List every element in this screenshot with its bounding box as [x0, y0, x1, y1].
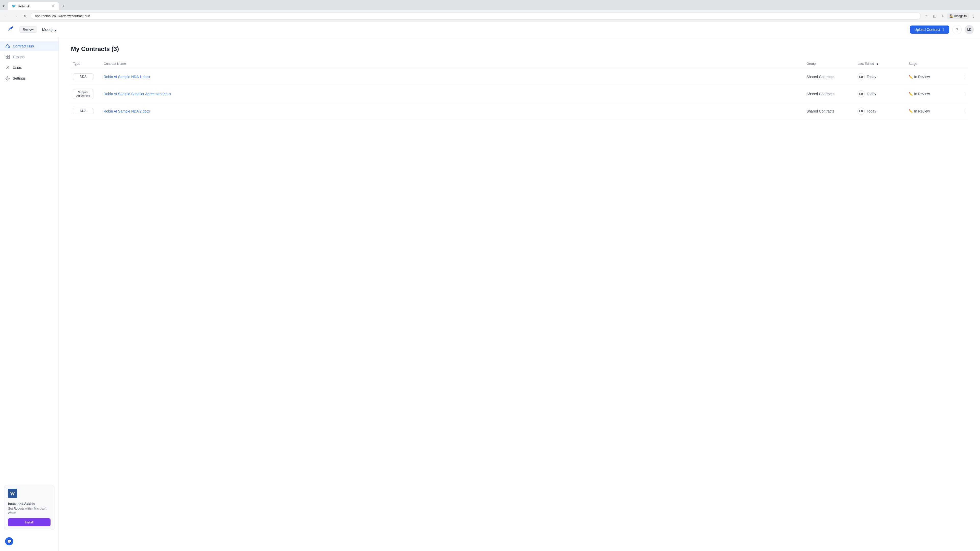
- addin-description: Get Reports within Microsoft Word!: [8, 507, 51, 515]
- new-tab-button[interactable]: +: [59, 2, 67, 10]
- type-badge: NDA: [73, 73, 94, 80]
- last-edited-text: Today: [867, 75, 876, 79]
- row2-stage: ✏️ In Review: [907, 91, 958, 97]
- sidebar-item-contract-hub[interactable]: Contract Hub: [0, 41, 59, 51]
- browser-tab-active[interactable]: 🐦 Robin AI ✕: [8, 2, 59, 10]
- type-badge: NDA: [73, 108, 94, 114]
- table-header: Type Contract Name Group Last Edited ▲ S…: [71, 59, 968, 69]
- type-badge: SupplierAgreement: [73, 89, 94, 99]
- tab-list-chevron[interactable]: ▼: [2, 4, 5, 8]
- browser-chrome: ▼ 🐦 Robin AI ✕ + ← → ↻ app.robinai.co.uk…: [0, 0, 980, 22]
- group-text: Shared Contracts: [807, 109, 834, 113]
- sidebar-item-groups[interactable]: Groups: [0, 52, 59, 62]
- upload-icon: ⇧: [942, 27, 945, 32]
- extensions-button[interactable]: ◫: [931, 13, 938, 20]
- review-label: Review: [23, 27, 34, 32]
- stage-text: In Review: [914, 109, 930, 113]
- column-contract-name: Contract Name: [102, 61, 804, 67]
- word-icon: W: [8, 489, 51, 500]
- row-menu-button[interactable]: ⋮: [959, 90, 968, 98]
- row3-contract-name: Robin AI Sample NDA 2.docx: [102, 108, 804, 114]
- stage-text: In Review: [914, 75, 930, 79]
- download-button[interactable]: ⇓: [939, 13, 946, 20]
- user-avatar-small: LD: [858, 108, 865, 115]
- table-row: NDA Robin AI Sample NDA 2.docx Shared Co…: [71, 103, 968, 119]
- help-icon: ?: [956, 27, 958, 32]
- bookmark-button[interactable]: ☆: [923, 13, 930, 20]
- menu-button[interactable]: ⋮: [970, 13, 977, 20]
- column-last-edited[interactable]: Last Edited ▲: [856, 61, 907, 67]
- table-row: SupplierAgreement Robin AI Sample Suppli…: [71, 85, 968, 103]
- address-bar[interactable]: app.robinai.co.uk/review/contract-hub: [30, 12, 921, 20]
- column-stage: Stage: [907, 61, 958, 67]
- user-avatar-small: LD: [858, 73, 865, 80]
- sidebar-item-label-users: Users: [13, 65, 22, 70]
- app-header: Review Moodjoy Upload Contract ⇧ ? LD: [0, 22, 980, 37]
- contract-link[interactable]: Robin AI Sample Supplier Agreement.docx: [103, 92, 171, 96]
- incognito-icon: 🕵: [950, 14, 953, 18]
- row1-contract-name: Robin AI Sample NDA 1.docx: [102, 74, 804, 80]
- help-button[interactable]: ?: [953, 25, 962, 34]
- col-last-edited-label: Last Edited: [858, 62, 874, 65]
- sidebar-item-users[interactable]: Users: [0, 63, 59, 73]
- addin-title: Install the Add-in: [8, 502, 51, 506]
- forward-button[interactable]: →: [12, 13, 19, 20]
- review-tab[interactable]: Review: [19, 26, 37, 33]
- upload-contract-button[interactable]: Upload Contract ⇧: [910, 25, 950, 34]
- col-contract-name-label: Contract Name: [103, 62, 126, 65]
- table-row: NDA Robin AI Sample NDA 1.docx Shared Co…: [71, 69, 968, 85]
- sidebar-item-settings[interactable]: Settings: [0, 73, 59, 83]
- contract-link[interactable]: Robin AI Sample NDA 1.docx: [103, 75, 150, 79]
- main-content: My Contracts (3) Type Contract Name Grou…: [59, 37, 980, 551]
- settings-icon: [5, 76, 10, 81]
- addin-card: W Install the Add-in Get Reports within …: [4, 485, 54, 530]
- row1-last-edited: LD Today: [856, 72, 907, 81]
- addin-install-button[interactable]: Install: [8, 518, 51, 526]
- user-icon: [5, 65, 10, 70]
- svg-rect-1: [8, 55, 10, 57]
- column-group: Group: [804, 61, 856, 67]
- contracts-table: Type Contract Name Group Last Edited ▲ S…: [71, 59, 968, 119]
- header-left: Review Moodjoy: [6, 25, 56, 35]
- col-group-label: Group: [807, 62, 816, 65]
- grid-icon: [5, 55, 10, 59]
- row2-last-edited: LD Today: [856, 89, 907, 98]
- edit-icon: ✏️: [908, 92, 913, 96]
- sidebar: Contract Hub Groups: [0, 37, 59, 551]
- sidebar-item-label-groups: Groups: [13, 55, 24, 59]
- incognito-badge: 🕵 Incognito: [947, 13, 969, 19]
- row-menu-button[interactable]: ⋮: [959, 73, 968, 81]
- sort-icon: ▲: [876, 62, 879, 65]
- company-name: Moodjoy: [42, 27, 57, 32]
- sidebar-item-label-contract-hub: Contract Hub: [13, 44, 34, 48]
- browser-tabs: ▼ 🐦 Robin AI ✕ +: [0, 0, 980, 10]
- column-actions: [958, 61, 968, 67]
- svg-rect-0: [6, 55, 7, 57]
- row1-stage: ✏️ In Review: [907, 74, 958, 80]
- edit-icon: ✏️: [908, 75, 913, 79]
- page-title: My Contracts (3): [71, 45, 968, 52]
- chat-bubble-button[interactable]: 💬: [5, 537, 13, 545]
- user-initials: LD: [967, 28, 971, 32]
- user-avatar[interactable]: LD: [965, 25, 974, 34]
- incognito-label: Incognito: [954, 14, 967, 18]
- svg-rect-2: [6, 57, 7, 59]
- row1-actions: ⋮: [958, 72, 968, 82]
- back-button[interactable]: ←: [3, 13, 10, 20]
- group-text: Shared Contracts: [807, 92, 834, 96]
- app-body: Contract Hub Groups: [0, 37, 980, 551]
- upload-label: Upload Contract: [915, 27, 940, 32]
- sidebar-bottom: W Install the Add-in Get Reports within …: [0, 481, 59, 548]
- tab-close-button[interactable]: ✕: [52, 4, 55, 8]
- header-right: Upload Contract ⇧ ? LD: [910, 25, 974, 34]
- row-menu-button[interactable]: ⋮: [959, 107, 968, 115]
- app: Review Moodjoy Upload Contract ⇧ ? LD: [0, 22, 980, 551]
- logo: [6, 25, 14, 35]
- contract-link[interactable]: Robin AI Sample NDA 2.docx: [103, 109, 150, 113]
- reload-button[interactable]: ↻: [21, 13, 29, 20]
- row3-last-edited: LD Today: [856, 106, 907, 116]
- edit-icon: ✏️: [908, 109, 913, 113]
- sidebar-item-label-settings: Settings: [13, 76, 26, 80]
- row3-actions: ⋮: [958, 106, 968, 116]
- logo-icon: [6, 25, 14, 35]
